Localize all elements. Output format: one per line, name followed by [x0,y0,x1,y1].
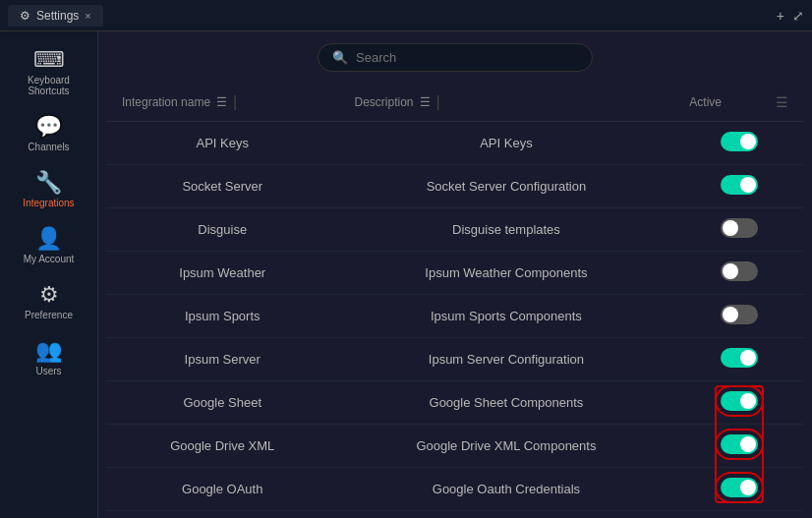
active-cell [673,295,804,338]
table-row: Google SheetGoogle Sheet Components [106,381,804,425]
settings-icon: ⚙ [20,9,30,23]
title-bar-left: ⚙ Settings × [8,5,103,27]
toggle-google-oauth[interactable] [721,478,758,497]
active-cell [673,252,804,295]
sidebar: ⌨ Keyboard Shortcuts 💬 Channels 🔧 Integr… [0,31,98,518]
description-cell: API Keys [339,122,674,165]
description-cell: Socket Server Configuration [339,165,674,208]
integration-name-cell: Disguise [106,208,339,252]
description-cell: Google Drive XML Components [339,425,674,468]
active-cell [673,165,804,208]
active-cell [673,122,804,165]
description-cell: Google Oauth Credentials [339,468,674,511]
description-cell: Porta Scheduler Widget [339,511,674,519]
users-icon: 👥 [35,340,62,362]
integrations-table: Integration name ☰ | Description ☰ | [106,84,804,518]
sidebar-label-users: Users [35,366,61,376]
title-bar: ⚙ Settings × + ⤢ [0,0,812,31]
sidebar-item-my-account[interactable]: 👤 My Account [5,220,93,272]
table-row: Socket ServerSocket Server Configuration [106,165,804,208]
close-tab-button[interactable]: × [85,10,90,22]
sidebar-item-channels[interactable]: 💬 Channels [5,108,93,160]
active-cell [673,468,804,511]
active-cell [673,425,804,468]
tab-label: Settings [36,9,79,23]
sidebar-label-channels: Channels [28,142,69,152]
integration-name-cell: Google Sheet [106,381,339,425]
toggle-ipsum-sports[interactable] [721,305,758,324]
table-row: DisguiseDisguise templates [106,208,804,252]
col-separator-1: | [233,93,237,111]
col-separator-2: | [436,93,440,111]
filter-icon-2[interactable]: ☰ [420,95,431,109]
description-cell: Ipsum Weather Components [339,252,674,295]
description-cell: Ipsum Server Configuration [339,338,674,381]
active-cell [673,208,804,252]
toggle-api-keys[interactable] [721,132,758,151]
table-row: SchedulerPorta Scheduler Widget [106,511,804,519]
preference-icon: ⚙ [39,284,59,306]
table-row: Google OAuthGoogle Oauth Credentials [106,468,804,511]
toggle-disguise[interactable] [721,218,758,238]
keyboard-icon: ⌨ [33,49,65,71]
table-row: Google Drive XMLGoogle Drive XML Compone… [106,425,804,468]
integration-name-cell: Socket Server [106,165,339,208]
integration-name-cell: Ipsum Sports [106,295,339,338]
integration-name-cell: API Keys [106,122,339,165]
add-tab-button[interactable]: + [777,8,784,24]
sidebar-item-integrations[interactable]: 🔧 Integrations [5,164,93,216]
sidebar-item-preference[interactable]: ⚙ Preference [5,276,93,328]
integration-name-cell: Google OAuth [106,468,339,511]
search-bar: 🔍 [318,43,593,72]
search-icon: 🔍 [332,50,348,65]
table-row: Ipsum SportsIpsum Sports Components [106,295,804,338]
description-cell: Google Sheet Components [339,381,674,425]
integrations-icon: 🔧 [35,172,62,194]
integration-name-cell: Ipsum Server [106,338,339,381]
col-header-active: Active ☰ [673,84,804,122]
active-label: Active [689,95,722,109]
description-cell: Ipsum Sports Components [339,295,674,338]
sidebar-label-my-account: My Account [24,254,75,264]
integration-name-label: Integration name [122,95,210,109]
sidebar-item-users[interactable]: 👥 Users [5,332,93,384]
active-cell [673,338,804,381]
toggle-ipsum-weather[interactable] [721,261,758,281]
integration-name-cell: Google Drive XML [106,425,339,468]
col-header-description: Description ☰ | [339,84,674,122]
channels-icon: 💬 [35,116,62,138]
filter-icon[interactable]: ☰ [216,95,227,109]
toggle-google-drive-xml[interactable] [721,434,758,454]
table-row: Ipsum ServerIpsum Server Configuration [106,338,804,381]
toggle-google-sheet[interactable] [721,391,758,411]
integration-name-cell: Scheduler [106,511,339,519]
table-row: Ipsum WeatherIpsum Weather Components [106,252,804,295]
sidebar-label-preference: Preference [25,310,73,320]
integrations-table-container: Integration name ☰ | Description ☰ | [98,84,812,518]
title-bar-controls: + ⤢ [777,8,804,24]
table-row: API KeysAPI Keys [106,122,804,165]
table-body: API KeysAPI KeysSocket ServerSocket Serv… [106,122,804,519]
header-row: Integration name ☰ | Description ☰ | [106,84,804,122]
content-area: 🔍 Integration name ☰ | [98,31,812,518]
table-header: Integration name ☰ | Description ☰ | [106,84,804,122]
search-input[interactable] [356,50,578,65]
integration-name-cell: Ipsum Weather [106,252,339,295]
sidebar-label-integrations: Integrations [23,198,74,208]
col-header-integration-name: Integration name ☰ | [106,84,339,122]
active-cell [673,511,804,519]
toggle-ipsum-server[interactable] [721,348,758,368]
description-label: Description [355,95,414,109]
table-menu-icon[interactable]: ☰ [776,94,788,110]
main-layout: ⌨ Keyboard Shortcuts 💬 Channels 🔧 Integr… [0,31,812,518]
sidebar-label-keyboard: Keyboard Shortcuts [9,75,89,96]
settings-tab[interactable]: ⚙ Settings × [8,5,103,27]
search-bar-container: 🔍 [98,31,812,84]
active-cell [673,381,804,425]
description-cell: Disguise templates [339,208,674,252]
toggle-socket-server[interactable] [721,175,758,195]
move-icon: ⤢ [792,8,804,24]
my-account-icon: 👤 [35,228,62,250]
sidebar-item-keyboard-shortcuts[interactable]: ⌨ Keyboard Shortcuts [5,41,93,104]
